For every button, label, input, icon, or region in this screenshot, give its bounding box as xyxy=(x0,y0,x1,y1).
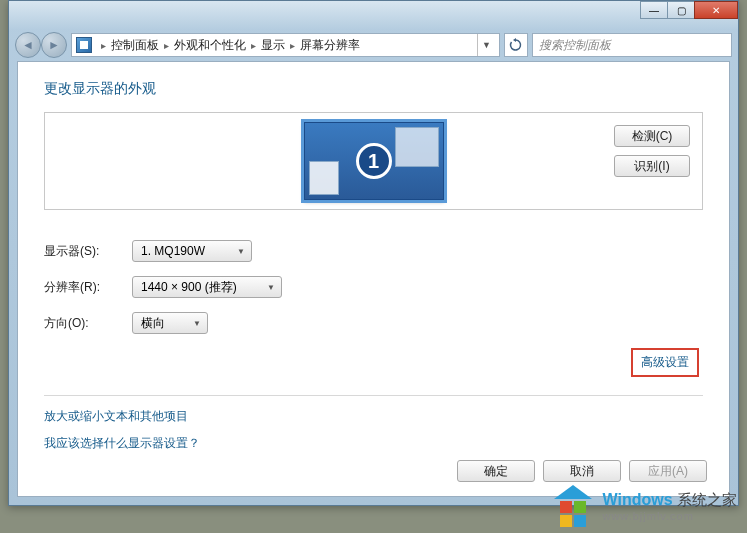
breadcrumb-item[interactable]: 外观和个性化 xyxy=(174,37,246,54)
chevron-right-icon: ▸ xyxy=(248,40,259,51)
preview-side-buttons: 检测(C) 识别(I) xyxy=(614,125,690,177)
window-buttons: — ▢ ✕ xyxy=(641,1,738,19)
monitor-preview[interactable]: 1 xyxy=(304,122,444,200)
close-button[interactable]: ✕ xyxy=(694,1,738,19)
maximize-button[interactable]: ▢ xyxy=(667,1,695,19)
breadcrumb-item[interactable]: 控制面板 xyxy=(111,37,159,54)
control-panel-icon xyxy=(76,37,92,53)
navbar: ◄ ► ▸ 控制面板 ▸ 外观和个性化 ▸ 显示 ▸ 屏幕分辨率 ▼ 搜索控制面… xyxy=(9,29,738,61)
orientation-dropdown[interactable]: 横向 xyxy=(132,312,208,334)
minimize-button[interactable]: — xyxy=(640,1,668,19)
advanced-link-wrap: 高级设置 xyxy=(44,348,703,377)
refresh-button[interactable] xyxy=(504,33,528,57)
orientation-row: 方向(O): 横向 xyxy=(44,312,703,334)
which-display-link[interactable]: 我应该选择什么显示器设置？ xyxy=(44,435,703,452)
back-button[interactable]: ◄ xyxy=(15,32,41,58)
page-title: 更改显示器的外观 xyxy=(44,80,703,98)
advanced-settings-link[interactable]: 高级设置 xyxy=(631,348,699,377)
display-row: 显示器(S): 1. MQ190W xyxy=(44,240,703,262)
identify-button[interactable]: 识别(I) xyxy=(614,155,690,177)
content-area: 更改显示器的外观 1 检测(C) 识别(I) 显示器(S): 1. MQ190W… xyxy=(17,61,730,497)
watermark-text: Windows 系统之家 www.bjjmlv.com xyxy=(602,491,737,522)
watermark-logo-icon xyxy=(552,485,594,527)
text-size-link[interactable]: 放大或缩小文本和其他项目 xyxy=(44,408,703,425)
watermark: Windows 系统之家 www.bjjmlv.com xyxy=(552,485,737,527)
breadcrumb-dropdown[interactable]: ▼ xyxy=(477,34,495,56)
resolution-dropdown[interactable]: 1440 × 900 (推荐) xyxy=(132,276,282,298)
watermark-brand-en: Windows xyxy=(602,491,672,508)
resolution-label: 分辨率(R): xyxy=(44,279,132,296)
breadcrumb-item[interactable]: 显示 xyxy=(261,37,285,54)
cancel-button[interactable]: 取消 xyxy=(543,460,621,482)
watermark-brand-cn: 系统之家 xyxy=(677,491,737,508)
breadcrumb[interactable]: ▸ 控制面板 ▸ 外观和个性化 ▸ 显示 ▸ 屏幕分辨率 ▼ xyxy=(71,33,500,57)
watermark-url: www.bjjmlv.com xyxy=(602,510,737,522)
forward-button[interactable]: ► xyxy=(41,32,67,58)
control-panel-window: — ▢ ✕ ◄ ► ▸ 控制面板 ▸ 外观和个性化 ▸ 显示 ▸ 屏幕分辨率 ▼ xyxy=(8,0,739,506)
chevron-right-icon: ▸ xyxy=(161,40,172,51)
monitor-window-icon xyxy=(395,127,439,167)
display-label: 显示器(S): xyxy=(44,243,132,260)
monitor-number: 1 xyxy=(356,143,392,179)
orientation-label: 方向(O): xyxy=(44,315,132,332)
titlebar: — ▢ ✕ xyxy=(9,1,738,29)
bottom-links: 放大或缩小文本和其他项目 我应该选择什么显示器设置？ xyxy=(44,395,703,452)
apply-button[interactable]: 应用(A) xyxy=(629,460,707,482)
breadcrumb-item[interactable]: 屏幕分辨率 xyxy=(300,37,360,54)
refresh-icon xyxy=(509,38,523,52)
chevron-right-icon: ▸ xyxy=(287,40,298,51)
display-preview-box: 1 检测(C) 识别(I) xyxy=(44,112,703,210)
monitor-taskbar-icon xyxy=(309,161,339,195)
resolution-row: 分辨率(R): 1440 × 900 (推荐) xyxy=(44,276,703,298)
detect-button[interactable]: 检测(C) xyxy=(614,125,690,147)
chevron-right-icon: ▸ xyxy=(98,40,109,51)
search-input[interactable]: 搜索控制面板 xyxy=(532,33,732,57)
nav-arrows: ◄ ► xyxy=(15,32,67,58)
ok-button[interactable]: 确定 xyxy=(457,460,535,482)
dialog-buttons: 确定 取消 应用(A) xyxy=(457,460,707,482)
display-dropdown[interactable]: 1. MQ190W xyxy=(132,240,252,262)
